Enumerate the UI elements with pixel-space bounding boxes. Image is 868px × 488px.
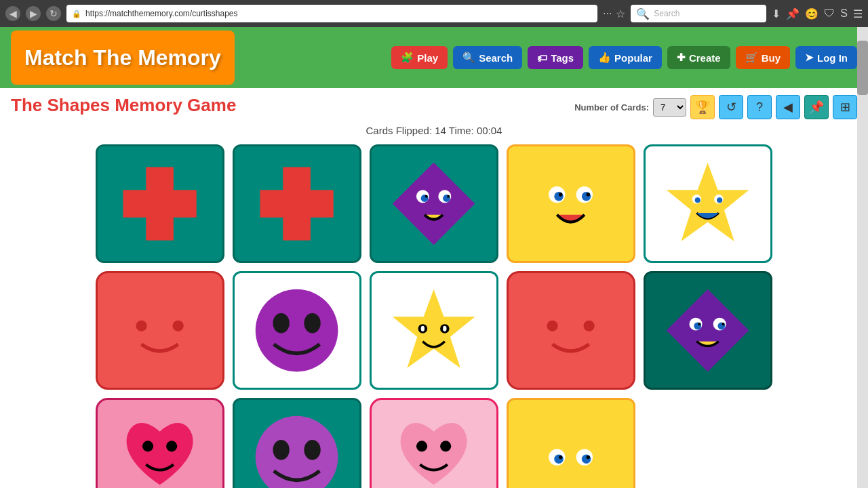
help-button[interactable]: ?	[747, 95, 772, 119]
svg-point-13	[555, 192, 564, 201]
heart-smiley-1	[110, 411, 210, 488]
lock-icon: 🔒	[72, 9, 81, 18]
svg-point-51	[582, 454, 591, 464]
rectangle-face-1	[521, 411, 620, 488]
game-controls: Number of Cards: 781012 🏆 ↺ ? ◀ 📌 ⊞	[574, 95, 857, 119]
card-11[interactable]	[96, 398, 224, 488]
svg-point-33	[584, 321, 595, 331]
menu-icon[interactable]: ☰	[853, 7, 863, 20]
card-1[interactable]	[96, 144, 224, 263]
svg-marker-34	[667, 289, 749, 372]
browser-chrome: ◀ ▶ ↻ 🔒 https://matchthememory.com/curti…	[0, 0, 868, 27]
card-6[interactable]	[96, 271, 224, 390]
svg-point-14	[582, 192, 591, 201]
popular-button[interactable]: 👍 Popular	[589, 46, 662, 69]
browser-toolbar: ⬇ 📌 😊 🛡 S ☰	[772, 7, 863, 20]
svg-point-39	[698, 323, 701, 325]
search-button[interactable]: 🔍 Search	[453, 46, 522, 69]
svg-rect-3	[260, 190, 334, 218]
forward-button[interactable]: ▶	[26, 6, 41, 21]
svg-point-52	[559, 455, 562, 459]
svg-point-31	[443, 326, 447, 331]
scrollbar-thumb[interactable]	[857, 41, 868, 95]
game-title: The Shapes Memory Game	[11, 95, 236, 116]
cross-shape-1	[110, 158, 210, 249]
card-9[interactable]	[507, 271, 635, 390]
svg-point-10	[448, 195, 450, 198]
s-icon[interactable]: S	[840, 7, 848, 20]
svg-point-26	[304, 313, 321, 333]
card-4[interactable]	[507, 144, 635, 263]
num-cards-select[interactable]: 781012	[653, 98, 686, 117]
svg-point-40	[722, 323, 725, 325]
svg-marker-4	[393, 163, 475, 245]
site-logo: Match The Memory	[24, 45, 221, 70]
refresh-button[interactable]: ↻	[46, 6, 61, 21]
play-button[interactable]: 🧩 Play	[391, 46, 448, 69]
svg-point-9	[425, 195, 428, 198]
svg-point-25	[273, 313, 290, 333]
grid-button[interactable]: ⊞	[833, 95, 857, 119]
pin-icon[interactable]: 📌	[786, 7, 800, 20]
nav-buttons: 🧩 Play 🔍 Search 🏷 Tags 👍 Popular ✚ Creat…	[391, 46, 857, 69]
pin-button[interactable]: 📌	[804, 95, 829, 119]
diamond-face-2	[658, 285, 757, 376]
buy-button[interactable]: 🛒 Buy	[736, 46, 790, 69]
create-button[interactable]: ✚ Create	[667, 46, 730, 69]
svg-point-23	[173, 321, 184, 331]
cross-shape-2	[247, 158, 347, 249]
trophy-button[interactable]: 🏆	[690, 95, 715, 119]
shield-icon[interactable]: 🛡	[824, 7, 835, 20]
svg-point-41	[142, 441, 153, 451]
scrollbar[interactable]	[857, 27, 868, 488]
url-text: https://matchthememory.com/curtisshapes	[85, 9, 238, 18]
site-header: Match The Memory 🧩 Play 🔍 Search 🏷 Tags …	[0, 27, 868, 88]
card-2[interactable]	[233, 144, 361, 263]
svg-point-46	[416, 441, 427, 451]
bookmark-button[interactable]: ☆	[616, 7, 625, 20]
svg-point-16	[587, 192, 590, 196]
url-bar[interactable]: 🔒 https://matchthememory.com/curtisshape…	[66, 5, 597, 22]
svg-point-22	[136, 321, 147, 331]
svg-rect-1	[123, 190, 197, 218]
prev-button[interactable]: ◀	[776, 95, 800, 119]
svg-point-43	[256, 416, 338, 488]
svg-point-30	[421, 326, 425, 331]
card-13[interactable]	[370, 398, 498, 488]
card-10[interactable]	[644, 271, 772, 390]
cards-grid	[11, 144, 857, 488]
svg-point-53	[587, 455, 590, 459]
card-5[interactable]	[644, 144, 772, 263]
svg-marker-27	[393, 289, 475, 368]
svg-marker-17	[667, 163, 749, 241]
restart-button[interactable]: ↺	[719, 95, 743, 119]
more-button[interactable]: ···	[603, 7, 612, 20]
square-smiley-pink-2	[521, 285, 620, 376]
emoji-icon[interactable]: 😊	[805, 7, 818, 20]
svg-point-20	[695, 197, 701, 203]
logo-box: Match The Memory	[11, 30, 235, 85]
svg-point-45	[304, 440, 321, 460]
circle-smiley-purple-2	[247, 411, 347, 488]
download-icon[interactable]: ⬇	[772, 7, 781, 20]
card-12[interactable]	[233, 398, 361, 488]
stats-bar: Cards Flipped: 14 Time: 00:04	[11, 125, 857, 136]
svg-point-21	[717, 197, 723, 203]
svg-point-15	[559, 192, 562, 196]
card-7[interactable]	[233, 271, 361, 390]
card-14[interactable]	[507, 398, 635, 488]
card-8[interactable]	[370, 271, 498, 390]
browser-search-bar[interactable]: 🔍 Search	[631, 5, 766, 22]
login-button[interactable]: ➤ Log In	[795, 46, 857, 69]
heart-smiley-2	[384, 411, 484, 488]
num-cards-label: Number of Cards:	[574, 102, 649, 113]
game-area: The Shapes Memory Game Number of Cards: …	[0, 88, 868, 488]
star-shape-1	[658, 158, 757, 249]
tags-button[interactable]: 🏷 Tags	[528, 46, 583, 69]
svg-point-42	[166, 441, 177, 451]
square-face-1	[521, 158, 620, 249]
back-button[interactable]: ◀	[5, 6, 20, 21]
svg-point-24	[256, 289, 338, 372]
circle-smiley-purple-1	[247, 285, 347, 376]
card-3[interactable]	[370, 144, 498, 263]
